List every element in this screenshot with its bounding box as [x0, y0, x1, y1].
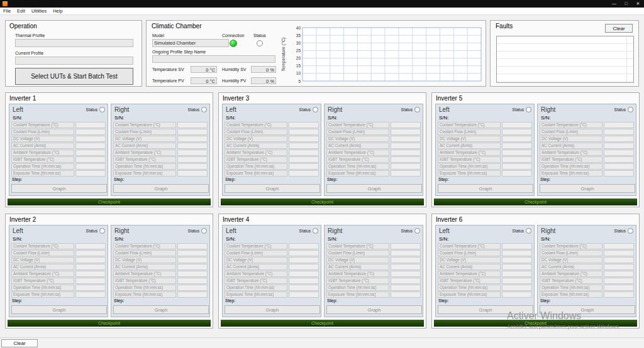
graph-button[interactable]: Graph — [326, 305, 422, 314]
field-row: Exposure Time (hh:mm:ss) — [225, 170, 319, 177]
chamber-model-field[interactable]: Simulated Chamber — [152, 39, 229, 47]
graph-button[interactable]: Graph — [225, 305, 320, 314]
field-label: Operation Time (hh:mm:ss) — [326, 285, 389, 291]
humidity-pv-label: Humidity PV — [222, 79, 247, 83]
field-label: IGBT Temperature (°C) — [326, 278, 389, 284]
side-title: Left — [226, 106, 236, 113]
field-label: Exposure Time (hh:mm:ss) — [326, 170, 389, 177]
inverter-left-panel: LeftStatusS/N:Coolant Temperature (°C)Co… — [9, 104, 108, 196]
graph-button[interactable]: Graph — [326, 184, 422, 193]
field-row: Operation Time (hh:mm:ss) — [326, 285, 421, 291]
side-title: Right — [541, 227, 555, 234]
field-value — [177, 243, 208, 249]
side-header: RightStatus — [114, 227, 207, 235]
statusbar-clear-button[interactable]: Clear — [1, 339, 38, 347]
chamber-status-label: Status — [253, 33, 266, 38]
title-bar: — □ ✕ — [0, 0, 644, 8]
field-value — [391, 150, 421, 156]
graph-button[interactable]: Graph — [11, 184, 107, 193]
humidity-sv-field[interactable]: 0 % — [251, 66, 276, 73]
field-label: Operation Time (hh:mm:ss) — [540, 285, 602, 291]
field-row: Ambient Temperature (°C) — [225, 150, 319, 156]
field-value — [391, 129, 421, 135]
side-status-cluster: Status — [299, 107, 318, 112]
field-value — [75, 156, 106, 163]
thermal-profile-label: Thermal Profile — [15, 33, 45, 38]
graph-button[interactable]: Graph — [113, 305, 209, 314]
graph-button[interactable]: Graph — [438, 184, 533, 193]
close-button[interactable]: ✕ — [632, 0, 644, 8]
field-row: Coolant Flow (L/min) — [326, 250, 421, 256]
start-batch-test-button[interactable]: Select UUTs & Start Batch Test — [15, 68, 133, 85]
checkpoint-bar: Checkpoint — [221, 198, 424, 205]
faults-list[interactable] — [496, 36, 634, 83]
graph-button[interactable]: Graph — [540, 184, 635, 193]
menu-edit[interactable]: Edit — [14, 8, 28, 14]
status-label: Status — [86, 229, 97, 233]
status-led — [526, 228, 531, 234]
minimize-button[interactable]: — — [608, 0, 620, 8]
field-label: Operation Time (hh:mm:ss) — [11, 285, 74, 291]
status-label: Status — [188, 229, 199, 233]
graph-button[interactable]: Graph — [438, 305, 533, 314]
svg-text:30: 30 — [296, 41, 301, 45]
field-value — [502, 143, 532, 149]
field-label: Exposure Time (hh:mm:ss) — [540, 170, 602, 177]
field-label: Ambient Temperature (°C) — [540, 271, 602, 277]
field-row: DC Voltage (V) — [225, 257, 319, 263]
svg-text:20: 20 — [296, 56, 301, 60]
field-label: DC Voltage (V) — [225, 257, 287, 263]
side-header: RightStatus — [541, 227, 633, 235]
side-header: LeftStatus — [226, 106, 318, 114]
menu-file[interactable]: File — [0, 8, 14, 14]
graph-button[interactable]: Graph — [113, 184, 209, 193]
field-label: DC Voltage (V) — [540, 257, 602, 263]
field-label: IGBT Temperature (°C) — [326, 156, 389, 163]
field-label: IGBT Temperature (°C) — [11, 278, 74, 284]
field-value — [289, 122, 319, 128]
field-row: IGBT Temperature (°C) — [225, 156, 319, 163]
field-label: DC Voltage (V) — [11, 136, 74, 142]
step-label: Step: — [540, 298, 550, 303]
faults-clear-button[interactable]: Clear — [605, 24, 633, 33]
thermal-profile-field[interactable] — [15, 39, 133, 47]
field-row: IGBT Temperature (°C) — [113, 278, 208, 284]
maximize-button[interactable]: □ — [620, 0, 632, 8]
field-row: Operation Time (hh:mm:ss) — [540, 285, 634, 291]
field-row: AC Current (Arms) — [113, 143, 208, 149]
field-row: IGBT Temperature (°C) — [438, 156, 532, 163]
field-value — [177, 278, 208, 284]
current-profile-field — [15, 57, 133, 65]
field-value — [391, 122, 421, 128]
field-row: Coolant Flow (L/min) — [113, 250, 208, 256]
side-title: Right — [328, 106, 342, 113]
field-row: AC Current (Arms) — [438, 143, 532, 149]
field-label: IGBT Temperature (°C) — [225, 278, 287, 284]
graph-button[interactable]: Graph — [225, 184, 320, 193]
field-value — [604, 163, 634, 170]
measurement-rows: Coolant Temperature (°C)Coolant Flow (L/… — [113, 243, 208, 298]
serial-number-label: S/N: — [226, 236, 236, 242]
field-row: AC Current (Arms) — [326, 264, 421, 270]
field-value — [177, 129, 208, 135]
svg-text:15: 15 — [296, 63, 301, 68]
inverter-grid: Inverter 1LeftStatusS/N:Coolant Temperat… — [5, 92, 640, 329]
operation-title: Operation — [9, 23, 37, 30]
graph-button[interactable]: Graph — [540, 305, 635, 314]
temperature-sv-field[interactable]: 0 °C — [191, 66, 217, 73]
menu-help[interactable]: Help — [50, 8, 65, 14]
field-label: DC Voltage (V) — [113, 257, 176, 263]
field-label: Coolant Flow (L/min) — [225, 129, 287, 135]
menu-utilities[interactable]: Utilities — [28, 8, 50, 14]
field-value — [289, 271, 319, 277]
status-led — [201, 228, 207, 234]
field-label: IGBT Temperature (°C) — [540, 156, 602, 163]
field-label: Ambient Temperature (°C) — [225, 150, 287, 156]
measurement-rows: Coolant Temperature (°C)Coolant Flow (L/… — [113, 122, 208, 177]
side-status-cluster: Status — [513, 228, 531, 234]
graph-button[interactable]: Graph — [11, 305, 107, 314]
field-value — [391, 264, 421, 270]
side-header: RightStatus — [328, 106, 420, 114]
field-label: AC Current (Arms) — [438, 264, 501, 270]
chamber-status-led — [257, 40, 263, 46]
